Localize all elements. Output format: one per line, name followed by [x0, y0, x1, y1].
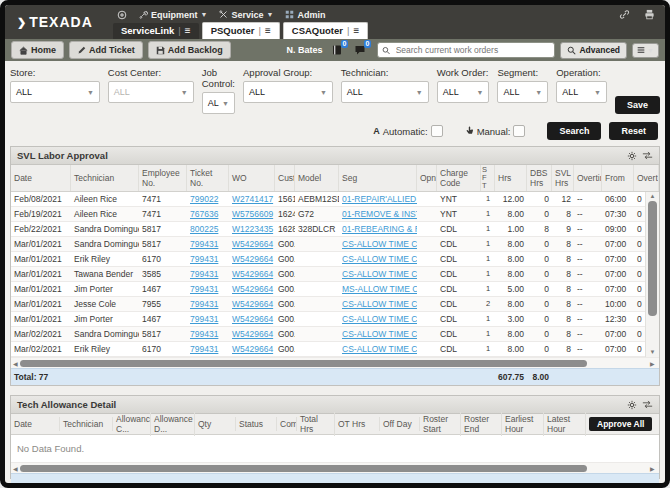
labor-cell-link[interactable]: W5429664	[229, 252, 275, 266]
labor-cell-link[interactable]: W5429664	[229, 267, 275, 281]
allowance-column-header[interactable]: Date	[11, 417, 60, 431]
labor-cell-link[interactable]: W5429664	[229, 312, 275, 326]
allowance-column-header[interactable]: Latest Hour	[544, 412, 586, 436]
advanced-search-button[interactable]: Advanced	[560, 42, 627, 59]
print-icon[interactable]	[644, 9, 655, 20]
scroll-right-icon[interactable]: ▶	[650, 360, 657, 367]
labor-cell-link[interactable]: 01-REPAIR'ALLIED EQUIP...	[339, 192, 417, 206]
labor-column-header[interactable]: Date	[11, 165, 71, 191]
labor-cell-link[interactable]: CS-ALLOW TIME CO HOLI...	[339, 252, 417, 266]
view-options-button[interactable]: ▼	[632, 43, 659, 58]
labor-cell-link[interactable]: 799431	[187, 267, 229, 281]
allowance-column-header[interactable]: Allowance C...	[113, 412, 151, 436]
add-circle-icon[interactable]	[113, 10, 131, 20]
menu-equipment[interactable]: Equipment▼	[135, 10, 211, 20]
labor-column-header[interactable]: Model	[295, 165, 339, 191]
allowance-column-header[interactable]: Total Hrs	[297, 412, 335, 436]
labor-cell-link[interactable]: 799431	[187, 252, 229, 266]
labor-column-header[interactable]: Charge Code	[437, 165, 481, 191]
texada-logo[interactable]: ❯ TEXADA	[5, 5, 113, 39]
labor-cell-link[interactable]: 799431	[187, 297, 229, 311]
gear-icon[interactable]	[627, 151, 637, 161]
allowance-column-header[interactable]: Roster Start	[420, 412, 461, 436]
labor-vertical-scrollbar[interactable]: ▲ ▼	[645, 192, 659, 357]
labor-column-header[interactable]: Cust...	[275, 165, 295, 191]
add-ticket-button[interactable]: Add Ticket	[69, 41, 143, 59]
gear-icon[interactable]	[627, 400, 637, 410]
export-icon[interactable]	[642, 400, 653, 409]
labor-cell-link[interactable]: 799431	[187, 282, 229, 296]
notifications-icon[interactable]: 0	[331, 44, 343, 56]
labor-column-header[interactable]: DBS Hrs	[527, 165, 552, 191]
labor-column-header[interactable]: Ticket No.	[187, 165, 229, 191]
reset-button[interactable]: Reset	[609, 122, 658, 140]
technician-select[interactable]: ALL▼	[341, 81, 429, 103]
allowance-column-header[interactable]: Status	[236, 417, 277, 431]
labor-cell-link[interactable]: CS-ALLOW TIME CO HOLI...	[339, 327, 417, 341]
segment-select[interactable]: ALL▼	[497, 81, 548, 103]
allowance-column-header[interactable]: Qty	[195, 417, 236, 431]
search-button[interactable]: Search	[547, 122, 601, 140]
labor-column-header[interactable]: Technician	[71, 165, 139, 191]
allowance-horizontal-scrollbar[interactable]: ◀ ▶	[11, 462, 659, 473]
labor-table-row[interactable]: Mar/01/2021Tawana Bender3585799431W54296…	[11, 267, 645, 282]
scroll-thumb[interactable]	[20, 465, 587, 472]
allowance-column-header[interactable]: Roster End	[461, 412, 502, 436]
scroll-right-icon[interactable]: ▶	[650, 465, 657, 472]
labor-cell-link[interactable]: W2741417	[229, 192, 275, 206]
automatic-checkbox[interactable]	[431, 125, 443, 137]
tab-menu-icon[interactable]: ≡	[265, 25, 271, 36]
labor-cell-link[interactable]: 799022	[187, 192, 229, 206]
approve-all-button[interactable]: Approve All	[589, 417, 652, 431]
cost-center-select[interactable]: ALL▼	[108, 81, 194, 103]
save-button[interactable]: Save	[615, 96, 660, 114]
allowance-column-header[interactable]: Allowance D...	[151, 412, 195, 436]
job-control-select[interactable]: AL▼	[202, 92, 235, 114]
labor-column-header[interactable]: SVL Hrs	[552, 165, 574, 191]
labor-cell-link[interactable]: W5429664	[229, 297, 275, 311]
labor-cell-link[interactable]: 800225	[187, 222, 229, 236]
scroll-thumb[interactable]	[20, 360, 587, 367]
labor-cell-link[interactable]: CS-ALLOW TIME CO HOLI...	[339, 342, 417, 356]
labor-cell-link[interactable]: CS-ALLOW TIME CO HOLI...	[339, 297, 417, 311]
labor-table-row[interactable]: Mar/02/2021Erik Riley6170799431W5429664G…	[11, 342, 645, 357]
labor-cell-link[interactable]: 799431	[187, 312, 229, 326]
scroll-left-icon[interactable]: ◀	[13, 465, 20, 472]
labor-column-header[interactable]: Hrs	[495, 165, 527, 191]
labor-cell-link[interactable]: W5756609	[229, 207, 275, 221]
labor-column-header[interactable]: Overtime	[574, 165, 602, 191]
allowance-column-header[interactable]: Off Day	[380, 417, 420, 431]
export-icon[interactable]	[642, 151, 653, 160]
labor-cell-link[interactable]: CS-ALLOW TIME CO HOLI...	[339, 237, 417, 251]
labor-cell-link[interactable]: 799431	[187, 327, 229, 341]
allowance-column-header[interactable]: Com...	[277, 417, 297, 431]
menu-admin[interactable]: Admin	[281, 10, 329, 20]
store-select[interactable]: ALL▼	[10, 81, 100, 103]
home-button[interactable]: Home	[11, 41, 64, 59]
labor-table-row[interactable]: Feb/19/2021Aileen Rice7471767636W5756609…	[11, 207, 645, 222]
labor-column-header[interactable]: WO	[229, 165, 275, 191]
allowance-column-header[interactable]: Technician	[60, 417, 113, 431]
labor-cell-link[interactable]: 767636	[187, 207, 229, 221]
allowance-column-header[interactable]: OT Hrs	[335, 417, 380, 431]
labor-table-row[interactable]: Mar/01/2021Jim Porter1467799431W5429664G…	[11, 312, 645, 327]
user-name[interactable]: N. Bates	[286, 45, 322, 55]
labor-cell-link[interactable]: 799431	[187, 237, 229, 251]
manual-checkbox[interactable]	[513, 125, 525, 137]
labor-table-row[interactable]: Mar/02/2021Sandra Dominguez5817799431W54…	[11, 327, 645, 342]
work-order-select[interactable]: ALL▼	[437, 81, 490, 103]
labor-cell-link[interactable]: W5429664	[229, 237, 275, 251]
labor-cell-link[interactable]: CS-ALLOW TIME CO HOLI...	[339, 267, 417, 281]
labor-cell-link[interactable]: 01-REMOVE & INSTALL/RE...	[339, 207, 417, 221]
labor-cell-link[interactable]: W1223435	[229, 222, 275, 236]
labor-cell-link[interactable]: 01-REBEARING & RESEAL'...	[339, 222, 417, 236]
labor-cell-link[interactable]: W5429664	[229, 282, 275, 296]
messages-icon[interactable]: 0	[354, 44, 366, 56]
scroll-left-icon[interactable]: ◀	[13, 360, 20, 367]
labor-table-row[interactable]: Mar/01/2021Sandra Dominguez5817799431W54…	[11, 237, 645, 252]
operation-select[interactable]: ALL▼	[556, 81, 607, 103]
labor-cell-link[interactable]: CS-ALLOW TIME CO HOLI...	[339, 312, 417, 326]
labor-column-header[interactable]: Employee No.	[139, 165, 187, 191]
labor-cell-link[interactable]: 799431	[187, 342, 229, 356]
scroll-thumb[interactable]	[648, 201, 657, 316]
